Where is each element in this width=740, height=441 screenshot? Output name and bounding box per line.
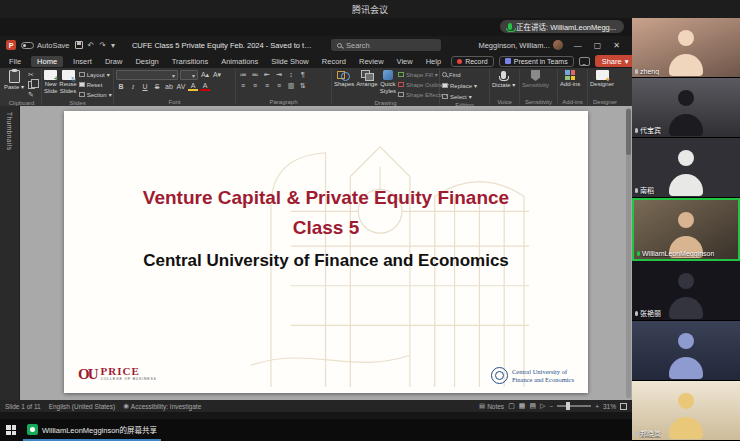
language-indicator[interactable]: English (United States) — [49, 403, 115, 410]
tab-view[interactable]: View — [394, 56, 416, 67]
record-button[interactable]: Record — [451, 56, 494, 67]
select-button[interactable]: Select — [442, 92, 472, 101]
autosave-toggle[interactable]: AutoSave — [21, 41, 70, 50]
copy-button[interactable] — [28, 81, 35, 89]
maximize-button[interactable] — [588, 41, 608, 50]
section-button[interactable]: Section — [79, 90, 112, 99]
close-button[interactable] — [607, 41, 626, 50]
reuse-slides-button[interactable]: Reuse Slides — [59, 70, 76, 94]
layout-button[interactable]: Layout — [79, 70, 112, 79]
align-right-button[interactable] — [262, 81, 272, 90]
character-spacing-button[interactable]: AV — [176, 82, 186, 91]
bullets-button[interactable]: ≔ — [238, 70, 248, 79]
minimize-button[interactable] — [568, 41, 588, 50]
slide-sorter-view-button[interactable] — [519, 402, 526, 410]
notes-icon — [479, 402, 485, 410]
highlight-color-button[interactable]: A — [188, 82, 198, 91]
addins-button[interactable]: Add-ins — [560, 70, 580, 88]
tab-review[interactable]: Review — [356, 56, 387, 67]
participant-tile[interactable]: 代宝宾 — [632, 78, 740, 138]
increase-font-size-button[interactable]: A▴ — [200, 71, 210, 80]
fit-slide-button[interactable] — [620, 403, 627, 410]
underline-button[interactable]: U — [140, 82, 150, 91]
qat-dropdown-icon[interactable] — [111, 41, 115, 50]
line-spacing-button[interactable]: ↕ — [286, 70, 296, 79]
tab-animations[interactable]: Animations — [218, 56, 261, 67]
convert-to-smartart-button[interactable]: ⇅ — [298, 81, 308, 90]
sensitivity-button[interactable]: Sensitivity — [522, 70, 549, 89]
tab-design[interactable]: Design — [132, 56, 161, 67]
search-input[interactable]: Search — [331, 39, 441, 51]
start-button[interactable] — [6, 425, 16, 435]
text-direction-button[interactable]: ¶ — [298, 70, 308, 79]
tab-insert[interactable]: Insert — [70, 56, 95, 67]
decrease-font-size-button[interactable]: A▾ — [212, 71, 222, 80]
designer-button[interactable]: Designer — [590, 70, 614, 88]
tab-help[interactable]: Help — [423, 56, 444, 67]
shapes-button[interactable]: Shapes — [334, 70, 354, 88]
zoom-level[interactable]: 31% — [603, 403, 616, 410]
participant-tile[interactable]: 南稻 — [632, 138, 740, 198]
tab-slide-show[interactable]: Slide Show — [268, 56, 312, 67]
indent-decrease-button[interactable]: ⇤ — [262, 70, 272, 79]
tab-record[interactable]: Record — [319, 56, 349, 67]
new-slide-button[interactable]: New Slide — [44, 70, 57, 94]
text-shadow-button[interactable]: ab — [164, 82, 174, 91]
group-label: Add-ins — [560, 98, 585, 105]
arrange-button[interactable]: Arrange — [356, 70, 377, 88]
participant-tile-speaking[interactable]: WilliamLeonMegginson — [632, 198, 740, 261]
zoom-slider[interactable] — [557, 405, 591, 407]
numbering-button[interactable]: ≕ — [250, 70, 260, 79]
italic-button[interactable]: I — [128, 82, 138, 91]
font-color-button[interactable]: A — [200, 82, 210, 91]
speaking-text: 正在讲话: WilliamLeonMegg... — [516, 21, 616, 32]
vertical-scrollbar[interactable] — [626, 108, 631, 398]
reading-view-button[interactable] — [529, 402, 536, 410]
zoom-out-button[interactable] — [549, 403, 553, 410]
align-left-button[interactable] — [238, 81, 248, 90]
replace-button[interactable]: Replace — [442, 81, 477, 90]
redo-icon[interactable] — [99, 41, 106, 50]
undo-icon[interactable] — [88, 41, 95, 50]
columns-button[interactable]: ▥ — [286, 81, 296, 90]
share-button[interactable]: Share — [595, 55, 636, 67]
find-button[interactable]: Find — [442, 70, 461, 79]
participant-tile[interactable]: zheng — [632, 18, 740, 78]
dictate-button[interactable]: Dictate — [492, 70, 515, 89]
tab-draw[interactable]: Draw — [102, 56, 126, 67]
zoom-in-button[interactable] — [595, 403, 599, 410]
participant-tile[interactable]: 郑晓岚 — [632, 381, 740, 441]
indent-increase-button[interactable]: ⇥ — [274, 70, 284, 79]
thumbnails-pane[interactable]: Thumbnails — [0, 106, 20, 400]
reset-button[interactable]: Reset — [79, 80, 112, 89]
font-size-select[interactable] — [180, 70, 198, 80]
notes-button[interactable]: Notes — [479, 402, 504, 410]
slideshow-view-button[interactable] — [540, 402, 545, 410]
quick-styles-button[interactable]: Quick Styles — [380, 70, 396, 94]
document-title[interactable]: CUFE Class 5 Private Equity Feb. 2024 - … — [132, 41, 312, 50]
justify-button[interactable] — [274, 81, 284, 90]
format-painter-button[interactable] — [26, 90, 36, 99]
strikethrough-button[interactable]: S — [152, 82, 162, 91]
tab-transitions[interactable]: Transitions — [169, 56, 211, 67]
font-name-select[interactable] — [116, 70, 178, 80]
slide[interactable]: Venture Capital & Private Equity Finance… — [64, 111, 588, 393]
group-label: Designer — [590, 98, 620, 105]
present-in-teams-button[interactable]: Present in Teams — [499, 56, 574, 67]
taskbar-meeting-app[interactable]: WilliamLeonMegginson的屏幕共享 — [23, 419, 161, 441]
normal-view-button[interactable] — [508, 402, 515, 410]
participant-tile[interactable]: 张艳丽 — [632, 261, 740, 321]
toggle-icon — [21, 42, 34, 49]
save-icon[interactable] — [75, 41, 83, 49]
tab-home[interactable]: Home — [31, 56, 63, 67]
participant-name: 南稻 — [640, 185, 654, 195]
comments-button[interactable] — [579, 57, 590, 66]
bold-button[interactable]: B — [116, 82, 126, 91]
account-chip[interactable]: Megginson, William... — [478, 40, 562, 50]
paste-button[interactable]: Paste — [4, 70, 24, 91]
align-center-button[interactable] — [250, 81, 260, 90]
tab-file[interactable]: File — [6, 56, 24, 67]
font-group: A▴ A▾ B I U S ab AV A A — [114, 69, 236, 105]
accessibility-status[interactable]: Accessibility: Investigate — [123, 402, 201, 410]
participant-tile[interactable] — [632, 321, 740, 381]
